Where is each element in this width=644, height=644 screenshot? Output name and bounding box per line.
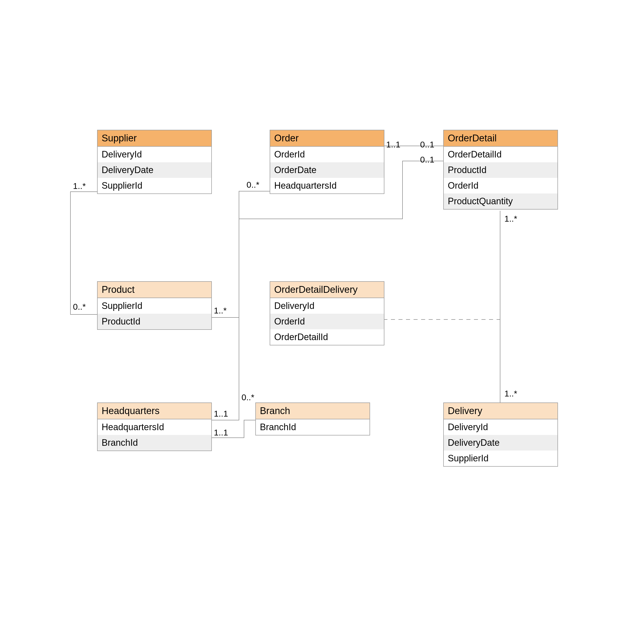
mult-label: 1..1: [214, 428, 228, 437]
entity-orderdetaildelivery: OrderDetailDelivery DeliveryId OrderId O…: [270, 281, 384, 345]
attr-row: DeliveryId: [444, 419, 557, 435]
mult-label: 0..*: [73, 302, 86, 312]
attr-row: HeadquartersId: [270, 178, 384, 193]
attr-row: OrderDetailId: [270, 329, 384, 345]
mult-label: 0..*: [241, 392, 254, 402]
attr-row: OrderDetailId: [444, 147, 557, 162]
edge-hq-order: [211, 317, 239, 420]
attr-row: HeadquartersId: [98, 419, 211, 435]
mult-label: 0..1: [420, 140, 434, 149]
mult-label: 1..1: [214, 409, 228, 419]
attr-row: DeliveryId: [98, 147, 211, 162]
attr-row: DeliveryId: [270, 298, 384, 314]
attr-row: ProductId: [98, 314, 211, 329]
entity-supplier: Supplier DeliveryId DeliveryDate Supplie…: [97, 130, 212, 194]
attr-row: SupplierId: [98, 298, 211, 314]
entity-attrs: HeadquartersId BranchId: [98, 419, 211, 451]
diagram-canvas: Supplier DeliveryId DeliveryDate Supplie…: [0, 0, 644, 644]
mult-label: 1..*: [73, 181, 86, 191]
mult-label: 0..1: [420, 155, 434, 165]
entity-product: Product SupplierId ProductId: [97, 281, 212, 330]
entity-headquarters: Headquarters HeadquartersId BranchId: [97, 403, 212, 451]
mult-label: 1..1: [386, 140, 400, 149]
entity-title: Supplier: [98, 130, 211, 147]
entity-orderdetail: OrderDetail OrderDetailId ProductId Orde…: [443, 130, 558, 210]
attr-row: SupplierId: [444, 451, 557, 466]
entity-attrs: OrderDetailId ProductId OrderId ProductQ…: [444, 147, 557, 209]
attr-row: OrderId: [444, 178, 557, 193]
entity-title: OrderDetailDelivery: [270, 282, 384, 298]
attr-row: OrderId: [270, 314, 384, 329]
entity-branch: Branch BranchId: [255, 403, 370, 435]
edge-supplier-product: [70, 192, 97, 314]
attr-row: ProductId: [444, 162, 557, 178]
entity-attrs: DeliveryId OrderId OrderDetailId: [270, 298, 384, 345]
mult-label: 1..*: [504, 214, 517, 224]
entity-title: Product: [98, 282, 211, 298]
attr-row: DeliveryDate: [444, 435, 557, 451]
attr-row: ProductQuantity: [444, 193, 557, 209]
entity-delivery: Delivery DeliveryId DeliveryDate Supplie…: [443, 403, 558, 467]
entity-attrs: DeliveryId DeliveryDate SupplierId: [444, 419, 557, 466]
attr-row: SupplierId: [98, 178, 211, 193]
attr-row: OrderId: [270, 147, 384, 162]
attr-row: BranchId: [256, 419, 370, 435]
edge-product-order: [211, 191, 270, 317]
mult-label: 1..*: [214, 306, 227, 315]
entity-title: Delivery: [444, 403, 557, 419]
attr-row: BranchId: [98, 435, 211, 451]
entity-attrs: SupplierId ProductId: [98, 298, 211, 329]
entity-title: Headquarters: [98, 403, 211, 419]
mult-label: 1..*: [504, 389, 517, 398]
entity-attrs: BranchId: [256, 419, 370, 435]
mult-label: 0..*: [247, 180, 259, 190]
attr-row: OrderDate: [270, 162, 384, 178]
entity-attrs: DeliveryId DeliveryDate SupplierId: [98, 147, 211, 193]
entity-order: Order OrderId OrderDate HeadquartersId: [270, 130, 384, 194]
entity-title: Branch: [256, 403, 370, 419]
entity-attrs: OrderId OrderDate HeadquartersId: [270, 147, 384, 193]
attr-row: DeliveryDate: [98, 162, 211, 178]
entity-title: OrderDetail: [444, 130, 557, 147]
entity-title: Order: [270, 130, 384, 147]
